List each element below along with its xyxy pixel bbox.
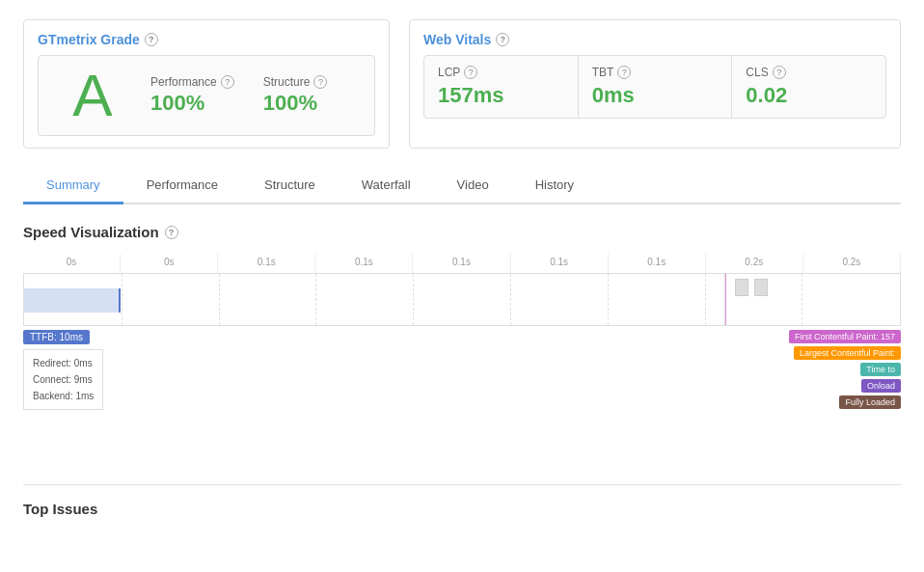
ruler-tick-1: 0s bbox=[121, 254, 218, 273]
cls-label: CLS ? bbox=[746, 66, 872, 79]
metrics-row: GTmetrix Grade ? A Performance ? 100% bbox=[23, 19, 901, 149]
right-labels: First Contentful Paint: 157 Largest Cont… bbox=[789, 330, 901, 409]
grid-line-3 bbox=[315, 274, 316, 325]
tab-history[interactable]: History bbox=[512, 168, 597, 204]
grid-line-5 bbox=[510, 274, 511, 325]
cls-vital: CLS ? 0.02 bbox=[732, 56, 885, 118]
grid-line-6 bbox=[608, 274, 609, 325]
speed-viz-help-icon[interactable]: ? bbox=[165, 226, 178, 239]
section-divider bbox=[23, 484, 901, 485]
ruler-tick-2: 0.1s bbox=[218, 254, 315, 273]
ruler-tick-5: 0.1s bbox=[511, 254, 609, 273]
lcp-vital: LCP ? 157ms bbox=[424, 56, 579, 118]
onload-right-label: Onload bbox=[861, 379, 901, 393]
ruler-tick-8: 0.2s bbox=[803, 254, 901, 273]
doc-marks-area bbox=[724, 274, 900, 325]
lcp-right-label: Largest Contentful Paint: bbox=[794, 346, 901, 360]
structure-metric-value: 100% bbox=[263, 91, 328, 116]
grade-help-icon[interactable]: ? bbox=[145, 33, 158, 46]
gtmetrix-grade-label: GTmetrix Grade bbox=[38, 32, 140, 47]
tbt-value: 0ms bbox=[592, 83, 719, 108]
grid-line-1 bbox=[122, 274, 122, 325]
grid-line-7 bbox=[705, 274, 706, 325]
grade-section: GTmetrix Grade ? A Performance ? 100% bbox=[23, 19, 390, 149]
fully-loaded-right-label: Fully Loaded bbox=[839, 395, 901, 409]
lcp-value: 157ms bbox=[438, 83, 564, 108]
fcp-right-label: First Contentful Paint: 157 bbox=[789, 330, 901, 343]
tbt-right-label: Time to bbox=[860, 363, 901, 376]
performance-metric: Performance ? 100% bbox=[150, 75, 234, 116]
tab-waterfall[interactable]: Waterfall bbox=[339, 168, 434, 204]
vitals-help-icon[interactable]: ? bbox=[496, 33, 509, 46]
grid-line-4 bbox=[413, 274, 414, 325]
lcp-label: LCP ? bbox=[438, 66, 564, 79]
performance-help-icon[interactable]: ? bbox=[221, 75, 234, 89]
tab-structure[interactable]: Structure bbox=[241, 168, 339, 204]
cls-help-icon[interactable]: ? bbox=[773, 66, 786, 79]
bars-background bbox=[23, 273, 901, 326]
ruler-tick-0: 0s bbox=[23, 254, 121, 273]
vitals-section-title: Web Vitals ? bbox=[423, 32, 886, 47]
ttfb-bar bbox=[24, 288, 121, 313]
tabs-container: Summary Performance Structure Waterfall … bbox=[23, 168, 901, 204]
ttfb-detail-box: Redirect: 0ms Connect: 9ms Backend: 1ms bbox=[23, 349, 103, 410]
speed-visualization-container: Speed Visualization ? 0s 0s 0.1s 0.1s 0.… bbox=[23, 224, 901, 465]
tbt-vital: TBT ? 0ms bbox=[579, 56, 733, 118]
web-vitals-label: Web Vitals bbox=[423, 32, 491, 47]
performance-metric-value: 100% bbox=[150, 91, 234, 116]
cls-value: 0.02 bbox=[746, 83, 872, 108]
tab-performance[interactable]: Performance bbox=[123, 168, 241, 204]
tbt-label: TBT ? bbox=[592, 66, 719, 79]
lcp-help-icon[interactable]: ? bbox=[464, 66, 477, 79]
timeline-ruler: 0s 0s 0.1s 0.1s 0.1s 0.1s 0.1s 0.2s 0.2s bbox=[23, 254, 901, 273]
performance-metric-label: Performance ? bbox=[150, 75, 234, 89]
ruler-tick-6: 0.1s bbox=[609, 254, 706, 273]
tab-video[interactable]: Video bbox=[434, 168, 512, 204]
tbt-help-icon[interactable]: ? bbox=[617, 66, 631, 79]
tab-summary[interactable]: Summary bbox=[23, 168, 123, 204]
structure-metric: Structure ? 100% bbox=[263, 75, 328, 116]
ttfb-label: TTFB: 10ms bbox=[23, 330, 90, 344]
ruler-tick-3: 0.1s bbox=[315, 254, 413, 273]
grade-section-title: GTmetrix Grade ? bbox=[38, 32, 375, 47]
grid-line-2 bbox=[219, 274, 220, 325]
ruler-tick-4: 0.1s bbox=[413, 254, 510, 273]
grade-body: A Performance ? 100% Structure ? bbox=[38, 55, 375, 136]
vitals-body: LCP ? 157ms TBT ? 0ms CLS ? bbox=[423, 55, 886, 119]
top-issues-heading: Top Issues bbox=[23, 501, 901, 517]
speed-viz-heading: Speed Visualization ? bbox=[23, 224, 901, 240]
vitals-section: Web Vitals ? LCP ? 157ms TBT ? 0ms bbox=[409, 19, 901, 149]
structure-help-icon[interactable]: ? bbox=[313, 75, 327, 89]
structure-metric-label: Structure ? bbox=[263, 75, 328, 89]
ruler-tick-7: 0.2s bbox=[706, 254, 803, 273]
annotations-area: TTFB: 10ms Redirect: 0ms Connect: 9ms Ba… bbox=[23, 330, 901, 465]
grade-letter: A bbox=[54, 66, 131, 125]
page-wrapper: GTmetrix Grade ? A Performance ? 100% bbox=[0, 0, 924, 572]
grade-metrics: Performance ? 100% Structure ? 100% bbox=[150, 75, 327, 116]
